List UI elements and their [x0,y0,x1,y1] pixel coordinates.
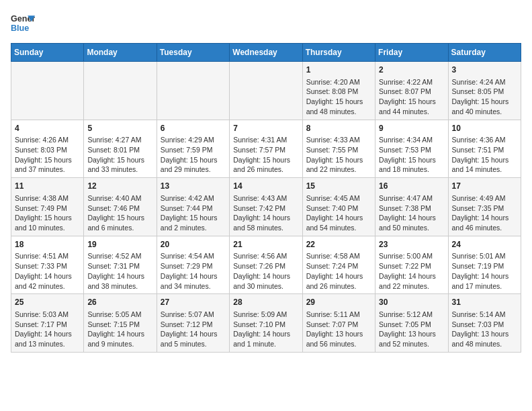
day-info: Sunrise: 4:56 AM Sunset: 7:26 PM Dayligh… [233,251,298,291]
calendar-cell: 3Sunrise: 4:24 AM Sunset: 8:05 PM Daylig… [448,62,521,120]
calendar-cell: 26Sunrise: 5:05 AM Sunset: 7:15 PM Dayli… [84,294,157,353]
day-number: 26 [87,297,152,308]
day-number: 3 [452,64,517,76]
day-info: Sunrise: 4:43 AM Sunset: 7:42 PM Dayligh… [233,193,298,233]
day-info: Sunrise: 5:07 AM Sunset: 7:12 PM Dayligh… [161,310,226,349]
calendar-table: SundayMondayTuesdayWednesdayThursdayFrid… [11,43,521,353]
day-number: 4 [15,123,80,134]
day-info: Sunrise: 5:14 AM Sunset: 7:03 PM Dayligh… [452,310,517,349]
day-number: 11 [15,181,80,192]
calendar-cell: 10Sunrise: 4:36 AM Sunset: 7:51 PM Dayli… [448,120,521,178]
day-info: Sunrise: 5:01 AM Sunset: 7:19 PM Dayligh… [452,251,517,291]
day-info: Sunrise: 5:11 AM Sunset: 7:07 PM Dayligh… [306,310,371,349]
day-number: 25 [15,297,80,308]
day-number: 13 [161,181,226,192]
day-info: Sunrise: 4:58 AM Sunset: 7:24 PM Dayligh… [306,251,371,291]
day-number: 31 [452,297,517,308]
day-info: Sunrise: 4:20 AM Sunset: 8:08 PM Dayligh… [306,77,371,117]
day-info: Sunrise: 4:38 AM Sunset: 7:49 PM Dayligh… [15,193,80,233]
calendar-cell: 23Sunrise: 5:00 AM Sunset: 7:22 PM Dayli… [375,236,448,294]
day-info: Sunrise: 4:49 AM Sunset: 7:35 PM Dayligh… [452,193,517,233]
day-number: 1 [306,64,371,76]
calendar-cell [11,62,84,120]
day-info: Sunrise: 5:09 AM Sunset: 7:10 PM Dayligh… [233,310,298,349]
calendar-header: SundayMondayTuesdayWednesdayThursdayFrid… [11,44,521,62]
day-number: 7 [233,123,298,134]
day-info: Sunrise: 4:24 AM Sunset: 8:05 PM Dayligh… [452,77,517,117]
day-number: 22 [306,239,371,250]
column-header-sunday: Sunday [11,44,84,62]
page-header: General Blue [11,11,521,35]
day-info: Sunrise: 4:34 AM Sunset: 7:53 PM Dayligh… [379,135,444,175]
day-info: Sunrise: 5:03 AM Sunset: 7:17 PM Dayligh… [15,310,80,349]
day-number: 12 [87,181,152,192]
column-header-wednesday: Wednesday [230,44,302,62]
calendar-cell: 5Sunrise: 4:27 AM Sunset: 8:01 PM Daylig… [84,120,157,178]
calendar-cell: 22Sunrise: 4:58 AM Sunset: 7:24 PM Dayli… [302,236,375,294]
calendar-week-row: 1Sunrise: 4:20 AM Sunset: 8:08 PM Daylig… [11,62,521,120]
svg-text:Blue: Blue [11,24,29,33]
day-info: Sunrise: 4:47 AM Sunset: 7:38 PM Dayligh… [379,193,444,233]
day-info: Sunrise: 4:45 AM Sunset: 7:40 PM Dayligh… [306,193,371,233]
calendar-cell [230,62,302,120]
column-header-monday: Monday [84,44,157,62]
calendar-cell: 8Sunrise: 4:33 AM Sunset: 7:55 PM Daylig… [302,120,375,178]
calendar-cell: 2Sunrise: 4:22 AM Sunset: 8:07 PM Daylig… [375,62,448,120]
header-row: SundayMondayTuesdayWednesdayThursdayFrid… [11,44,521,62]
calendar-cell: 19Sunrise: 4:52 AM Sunset: 7:31 PM Dayli… [84,236,157,294]
calendar-cell: 7Sunrise: 4:31 AM Sunset: 7:57 PM Daylig… [230,120,302,178]
day-number: 29 [306,297,371,308]
day-number: 9 [379,123,444,134]
calendar-week-row: 25Sunrise: 5:03 AM Sunset: 7:17 PM Dayli… [11,294,521,353]
calendar-cell [84,62,157,120]
calendar-week-row: 4Sunrise: 4:26 AM Sunset: 8:03 PM Daylig… [11,120,521,178]
day-info: Sunrise: 4:26 AM Sunset: 8:03 PM Dayligh… [15,135,80,175]
day-info: Sunrise: 4:52 AM Sunset: 7:31 PM Dayligh… [87,251,152,291]
calendar-cell: 28Sunrise: 5:09 AM Sunset: 7:10 PM Dayli… [230,294,302,353]
calendar-cell: 27Sunrise: 5:07 AM Sunset: 7:12 PM Dayli… [157,294,229,353]
column-header-friday: Friday [375,44,448,62]
calendar-cell: 29Sunrise: 5:11 AM Sunset: 7:07 PM Dayli… [302,294,375,353]
calendar-cell: 13Sunrise: 4:42 AM Sunset: 7:44 PM Dayli… [157,178,229,236]
day-info: Sunrise: 4:27 AM Sunset: 8:01 PM Dayligh… [87,135,152,175]
day-info: Sunrise: 5:12 AM Sunset: 7:05 PM Dayligh… [379,310,444,349]
calendar-cell: 4Sunrise: 4:26 AM Sunset: 8:03 PM Daylig… [11,120,84,178]
calendar-cell: 25Sunrise: 5:03 AM Sunset: 7:17 PM Dayli… [11,294,84,353]
day-info: Sunrise: 4:40 AM Sunset: 7:46 PM Dayligh… [87,193,152,233]
day-number: 8 [306,123,371,134]
calendar-cell: 24Sunrise: 5:01 AM Sunset: 7:19 PM Dayli… [448,236,521,294]
calendar-week-row: 18Sunrise: 4:51 AM Sunset: 7:33 PM Dayli… [11,236,521,294]
calendar-cell: 1Sunrise: 4:20 AM Sunset: 8:08 PM Daylig… [302,62,375,120]
calendar-cell: 11Sunrise: 4:38 AM Sunset: 7:49 PM Dayli… [11,178,84,236]
calendar-cell: 9Sunrise: 4:34 AM Sunset: 7:53 PM Daylig… [375,120,448,178]
day-number: 21 [233,239,298,250]
day-info: Sunrise: 5:00 AM Sunset: 7:22 PM Dayligh… [379,251,444,291]
day-number: 17 [452,181,517,192]
calendar-cell [157,62,229,120]
day-number: 27 [161,297,226,308]
column-header-thursday: Thursday [302,44,375,62]
calendar-cell: 12Sunrise: 4:40 AM Sunset: 7:46 PM Dayli… [84,178,157,236]
day-number: 19 [87,239,152,250]
calendar-cell: 31Sunrise: 5:14 AM Sunset: 7:03 PM Dayli… [448,294,521,353]
day-number: 16 [379,181,444,192]
calendar-week-row: 11Sunrise: 4:38 AM Sunset: 7:49 PM Dayli… [11,178,521,236]
calendar-cell: 16Sunrise: 4:47 AM Sunset: 7:38 PM Dayli… [375,178,448,236]
day-info: Sunrise: 5:05 AM Sunset: 7:15 PM Dayligh… [87,310,152,349]
day-info: Sunrise: 4:29 AM Sunset: 7:59 PM Dayligh… [161,135,226,175]
day-number: 18 [15,239,80,250]
day-number: 15 [306,181,371,192]
day-info: Sunrise: 4:54 AM Sunset: 7:29 PM Dayligh… [161,251,226,291]
day-info: Sunrise: 4:31 AM Sunset: 7:57 PM Dayligh… [233,135,298,175]
calendar-cell: 15Sunrise: 4:45 AM Sunset: 7:40 PM Dayli… [302,178,375,236]
calendar-cell: 18Sunrise: 4:51 AM Sunset: 7:33 PM Dayli… [11,236,84,294]
day-number: 5 [87,123,152,134]
calendar-cell: 6Sunrise: 4:29 AM Sunset: 7:59 PM Daylig… [157,120,229,178]
day-info: Sunrise: 4:22 AM Sunset: 8:07 PM Dayligh… [379,77,444,117]
day-info: Sunrise: 4:51 AM Sunset: 7:33 PM Dayligh… [15,251,80,291]
day-info: Sunrise: 4:42 AM Sunset: 7:44 PM Dayligh… [161,193,226,233]
day-number: 30 [379,297,444,308]
calendar-cell: 21Sunrise: 4:56 AM Sunset: 7:26 PM Dayli… [230,236,302,294]
day-info: Sunrise: 4:33 AM Sunset: 7:55 PM Dayligh… [306,135,371,175]
day-number: 23 [379,239,444,250]
